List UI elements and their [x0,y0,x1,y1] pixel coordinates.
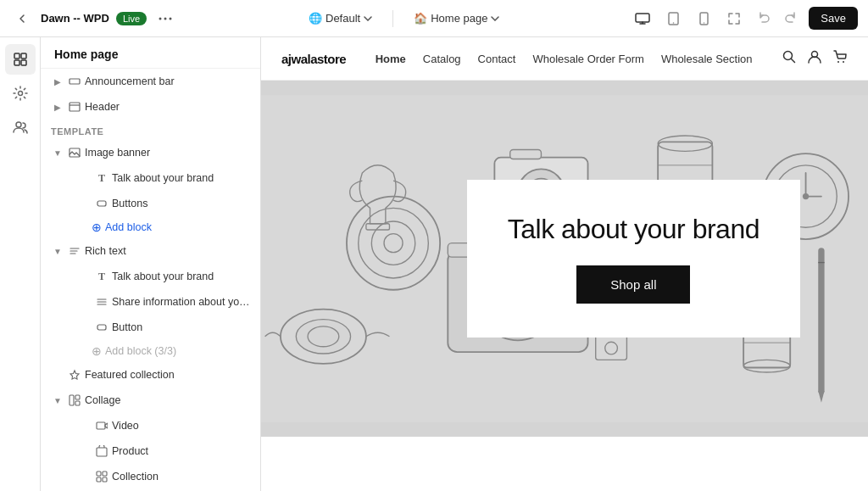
nav-contact[interactable]: Contact [478,53,516,65]
svg-rect-18 [97,325,106,330]
button-icon [95,321,108,334]
svg-rect-24 [97,448,107,456]
shop-all-button[interactable]: Shop all [576,265,690,304]
expand-placeholder [78,171,92,185]
svg-rect-23 [97,422,105,429]
panel-header: Home page [41,37,260,69]
live-badge: Live [116,12,147,25]
sidebar-item-talk-brand-1[interactable]: T Talk about your brand [41,165,260,191]
home-icon: 🏠 [414,12,427,25]
hero-section: Talk about your brand Shop all [261,81,868,437]
svg-point-12 [18,92,22,96]
richtext-section: Talk about your brand Share information … [261,437,868,491]
svg-point-2 [170,17,172,20]
store-name: Dawn -- WPD [41,12,109,25]
store-nav: ajwalastore Home Catalog Contact Wholesa… [261,37,868,81]
page-selector[interactable]: 🏠 Home page [407,8,506,28]
collection-icon [95,470,108,483]
sidebar-item-header[interactable]: ▶ Header [41,94,260,120]
featured-collection-label: Featured collection [85,369,235,381]
edit-icon[interactable]: ✎ [238,367,253,382]
svg-rect-27 [97,477,101,482]
nav-home[interactable]: Home [376,53,406,65]
nav-wholesale-order[interactable]: Wholesale Order Form [532,53,643,65]
sidebar-item-buttons[interactable]: Buttons [41,191,260,216]
svg-point-36 [837,61,839,63]
expand-placeholder [78,270,92,283]
nav-catalog[interactable]: Catalog [423,53,461,65]
expand-placeholder [78,295,92,309]
nav-icons [782,49,848,68]
sections-icon-button[interactable] [5,44,36,75]
plus-disabled-icon: ⊕ [92,344,102,358]
add-block-disabled-1-label: Add block (3/3) [105,345,176,357]
svg-point-5 [673,22,675,24]
plus-icon: ⊕ [92,220,102,234]
expand-placeholder [78,444,92,458]
desktop-viewport-button[interactable] [631,7,654,31]
redo-button[interactable] [778,7,802,31]
sidebar-item-image-banner[interactable]: ▼ Image banner [41,140,260,165]
more-button[interactable] [153,7,177,31]
expand-placeholder [78,321,92,334]
settings-icon-button[interactable] [5,78,36,109]
fullscreen-button[interactable] [722,7,746,31]
tablet-viewport-button[interactable] [661,7,685,31]
svg-point-0 [159,17,162,20]
edit-collage-icon[interactable]: ✎ [238,393,253,408]
sidebar-item-button[interactable]: Button [41,315,260,340]
svg-rect-15 [70,103,80,111]
main-layout: Home page ▶ Announcement bar ▶ Header [0,37,868,491]
header-icon [68,100,81,114]
expand-placeholder [51,368,64,382]
save-button[interactable]: Save [809,7,858,30]
expand-icon: ▼ [51,393,64,407]
expand-placeholder [78,419,92,432]
panel-content: ▶ Announcement bar ▶ Header Template [41,69,260,491]
text-icon-2: T [95,270,108,283]
video-child-label: Video [112,420,253,432]
sidebar-item-video-child[interactable]: Video [41,413,260,438]
undo-button[interactable] [753,7,776,31]
divider [392,10,393,27]
sidebar-item-announcement-bar[interactable]: ▶ Announcement bar [41,69,260,94]
default-selector[interactable]: 🌐 Default [302,8,379,28]
expand-placeholder [78,470,92,483]
svg-marker-19 [70,371,79,379]
sidebar-item-talk-brand-2[interactable]: T Talk about your brand [41,264,260,289]
sidebar-item-featured-collection[interactable]: Featured collection ✎ [41,362,260,388]
hero-content-overlay: Talk about your brand Shop all [467,180,800,338]
back-button[interactable] [10,7,34,31]
users-icon-button[interactable] [5,112,36,142]
sidebar-item-collage[interactable]: ▼ Collage ✎ [41,388,260,413]
talk-brand-1-label: Talk about your brand [112,172,253,184]
template-section-label: Template [41,120,260,140]
cart-icon[interactable] [832,49,848,68]
hero-title: Talk about your brand [508,214,760,245]
add-block-1-label: Add block [105,221,152,233]
default-label: Default [326,12,360,25]
expand-icon: ▼ [51,244,64,258]
sidebar-item-rich-text[interactable]: ▼ Rich text [41,238,260,264]
sidebar-item-product[interactable]: Product [41,438,260,464]
svg-point-40 [296,320,350,354]
icon-sidebar [0,37,41,491]
svg-rect-26 [103,471,107,476]
expand-icon: ▶ [51,100,64,114]
canvas-area: ajwalastore Home Catalog Contact Wholesa… [261,37,868,491]
mobile-viewport-button[interactable] [692,7,715,31]
featured-collection-icon [68,368,81,382]
account-icon[interactable] [807,49,822,68]
undo-redo-group [753,7,802,31]
rich-text-label: Rich text [85,245,253,257]
topbar-right: Save [631,7,858,31]
nav-wholesale-section[interactable]: Wholesale Section [661,53,753,65]
search-icon[interactable] [782,49,797,68]
text-icon: T [95,171,108,185]
add-block-1-button[interactable]: ⊕ Add block [41,216,260,238]
sidebar-item-collection[interactable]: Collection [41,464,260,489]
page-label: Home page [431,12,487,25]
svg-point-37 [843,61,844,63]
sidebar-item-share-info[interactable]: Share information about your ... [41,289,260,315]
product-label: Product [112,445,253,457]
